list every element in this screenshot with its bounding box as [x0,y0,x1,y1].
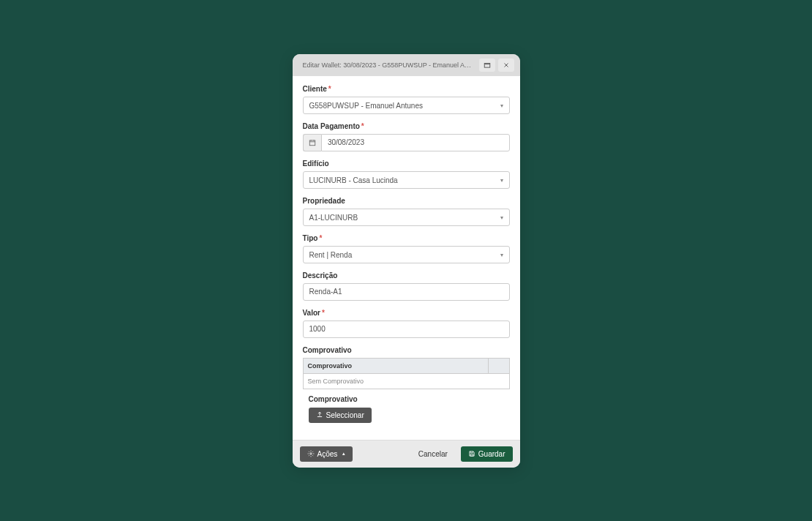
field-valor: Valor* [303,309,510,338]
actions-button[interactable]: Ações ▴ [300,446,353,462]
field-tipo: Tipo* Rent | Renda ▾ [303,234,510,263]
field-edificio: Edifício LUCINURB - Casa Lucinda ▾ [303,160,510,189]
field-data-pagamento: Data Pagamento* [303,122,510,151]
cancel-button[interactable]: Cancelar [411,446,455,462]
required-mark: * [319,234,322,242]
table-header: Comprovativo [304,359,509,373]
label-descricao: Descrição [303,271,510,280]
label-valor: Valor* [303,309,510,317]
required-mark: * [361,122,364,130]
gear-icon [307,450,315,457]
modal-footer: Ações ▴ Cancelar Guardar [293,440,520,468]
label-data-pagamento: Data Pagamento* [303,122,510,130]
empty-state: Sem Comprovativo [304,374,509,389]
required-mark: * [322,309,325,317]
close-icon [503,61,510,69]
upload-label: Comprovativo [309,395,504,403]
label-cliente: Cliente* [303,85,510,93]
table-header-cell: Comprovativo [304,359,489,373]
modal-header: Editar Wallet: 30/08/2023 - G558PUWSUP -… [293,54,520,76]
select-tipo[interactable]: Rent | Renda [303,246,510,263]
required-mark: * [328,85,331,93]
label-tipo: Tipo* [303,234,510,242]
select-file-button[interactable]: Seleccionar [309,408,372,423]
svg-rect-4 [309,140,315,145]
maximize-button[interactable] [479,59,495,72]
field-descricao: Descrição [303,271,510,301]
select-propriedade[interactable]: A1-LUCINURB [303,209,510,226]
input-descricao[interactable] [303,283,510,301]
field-comprovativo: Comprovativo Comprovativo Sem Comprovati… [303,346,510,429]
label-propriedade: Propriedade [303,197,510,205]
field-cliente: Cliente* G558PUWSUP - Emanuel Antunes ▾ [303,85,510,114]
label-comprovativo: Comprovativo [303,346,510,354]
input-valor[interactable] [303,321,510,338]
edit-wallet-modal: Editar Wallet: 30/08/2023 - G558PUWSUP -… [293,54,520,468]
comprovativo-table: Comprovativo Sem Comprovativo [303,358,510,389]
calendar-icon [309,139,316,146]
upload-section: Comprovativo Seleccionar [303,389,510,429]
select-edificio[interactable]: LUCINURB - Casa Lucinda [303,171,510,189]
calendar-addon[interactable] [303,134,321,151]
table-row: Sem Comprovativo [304,373,509,389]
modal-title: Editar Wallet: 30/08/2023 - G558PUWSUP -… [298,59,476,72]
input-data-pagamento[interactable] [321,134,510,151]
save-button[interactable]: Guardar [461,446,513,462]
upload-icon [316,411,323,419]
save-icon [468,450,475,457]
close-button[interactable] [498,59,514,72]
svg-point-8 [309,453,312,455]
table-header-actions [489,359,509,373]
modal-body: Cliente* G558PUWSUP - Emanuel Antunes ▾ … [293,76,520,440]
label-edificio: Edifício [303,160,510,168]
caret-up-icon: ▴ [342,451,345,457]
field-propriedade: Propriedade A1-LUCINURB ▾ [303,197,510,226]
window-icon [484,61,491,69]
select-cliente[interactable]: G558PUWSUP - Emanuel Antunes [303,97,510,114]
